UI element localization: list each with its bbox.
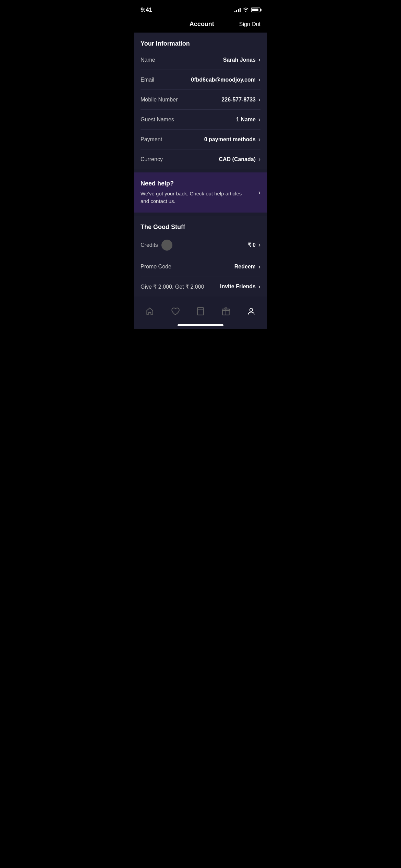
nav-item-wishlist[interactable] (167, 305, 183, 317)
help-title: Need help? (141, 180, 250, 187)
account-icon (246, 306, 256, 316)
guest-names-label: Guest Names (141, 117, 174, 123)
email-row[interactable]: Email 0fbd6cab@moodjoy.com › (141, 70, 260, 90)
help-chevron-icon: › (258, 189, 260, 196)
payment-value-container: 0 payment methods › (204, 136, 260, 143)
guest-names-value-container: 1 Name › (236, 116, 260, 123)
bookings-icon (196, 306, 205, 316)
mobile-label: Mobile Number (141, 97, 178, 103)
your-information-section: Your Information Name Sarah Jonas › Emai… (134, 33, 267, 169)
email-value: 0fbd6cab@moodjoy.com (191, 77, 256, 83)
name-value-container: Sarah Jonas › (223, 56, 260, 63)
status-bar: 9:41 (134, 0, 267, 17)
payment-chevron-icon: › (258, 136, 260, 143)
mobile-value: 226-577-8733 (221, 97, 256, 103)
name-row[interactable]: Name Sarah Jonas › (141, 50, 260, 70)
nav-item-gifts[interactable] (218, 305, 234, 317)
bottom-navigation (134, 300, 267, 321)
nav-item-bookings[interactable] (192, 305, 209, 317)
mobile-chevron-icon: › (258, 96, 260, 103)
payment-value: 0 payment methods (204, 136, 256, 143)
payment-label: Payment (141, 136, 162, 143)
currency-row[interactable]: Currency CAD (Canada) › (141, 149, 260, 169)
invite-friends-value: Invite Friends (220, 284, 256, 290)
name-value: Sarah Jonas (223, 57, 256, 63)
home-icon (145, 306, 155, 316)
home-indicator-bar (178, 324, 223, 326)
email-chevron-icon: › (258, 76, 260, 83)
currency-chevron-icon: › (258, 156, 260, 163)
invite-friends-row[interactable]: Give ₹ 2,000, Get ₹ 2,000 Invite Friends… (141, 277, 260, 297)
promo-code-value-container: Redeem › (234, 263, 260, 270)
invite-friends-label: Give ₹ 2,000, Get ₹ 2,000 (141, 284, 204, 290)
svg-point-5 (250, 308, 253, 311)
promo-code-label: Promo Code (141, 264, 171, 270)
guest-names-chevron-icon: › (258, 116, 260, 123)
nav-item-home[interactable] (142, 305, 158, 317)
good-stuff-title: The Good Stuff (141, 224, 260, 231)
guest-names-value: 1 Name (236, 117, 256, 123)
help-section[interactable]: Need help? We've got your back. Check ou… (134, 172, 267, 213)
email-value-container: 0fbd6cab@moodjoy.com › (191, 76, 260, 83)
gift-icon (221, 306, 231, 316)
invite-friends-chevron-icon: › (258, 283, 260, 290)
svg-rect-0 (197, 308, 203, 315)
name-chevron-icon: › (258, 56, 260, 63)
mobile-value-container: 226-577-8733 › (221, 96, 260, 103)
currency-value: CAD (Canada) (219, 156, 256, 162)
credits-left: Credits (141, 240, 172, 251)
credits-value-container: ₹ 0 › (248, 241, 260, 249)
nav-header: Account Sign Out (134, 17, 267, 33)
credits-circle-icon (161, 240, 172, 251)
heart-icon (170, 306, 180, 316)
credits-value: ₹ 0 (248, 242, 256, 248)
sign-out-button[interactable]: Sign Out (239, 21, 260, 27)
promo-code-value: Redeem (234, 264, 256, 270)
mobile-row[interactable]: Mobile Number 226-577-8733 › (141, 90, 260, 110)
battery-icon (251, 8, 260, 12)
guest-names-row[interactable]: Guest Names 1 Name › (141, 110, 260, 130)
home-indicator (134, 321, 267, 329)
status-icons (234, 8, 261, 12)
help-text: We've got your back. Check out help arti… (141, 190, 250, 205)
credits-label: Credits (141, 242, 158, 248)
name-label: Name (141, 57, 155, 63)
good-stuff-section: The Good Stuff Credits ₹ 0 › Promo Code … (134, 216, 267, 297)
wifi-icon (243, 8, 249, 12)
page-title: Account (165, 21, 239, 28)
your-information-title: Your Information (141, 40, 260, 47)
currency-value-container: CAD (Canada) › (219, 156, 260, 163)
email-label: Email (141, 77, 154, 83)
promo-code-row[interactable]: Promo Code Redeem › (141, 257, 260, 277)
credits-row[interactable]: Credits ₹ 0 › (141, 233, 260, 257)
signal-icon (234, 8, 241, 12)
payment-row[interactable]: Payment 0 payment methods › (141, 130, 260, 149)
invite-friends-value-container: Invite Friends › (220, 283, 260, 290)
credits-chevron-icon: › (258, 241, 260, 249)
status-time: 9:41 (141, 7, 152, 13)
currency-label: Currency (141, 156, 163, 162)
promo-code-chevron-icon: › (258, 263, 260, 270)
nav-item-account[interactable] (243, 305, 259, 317)
